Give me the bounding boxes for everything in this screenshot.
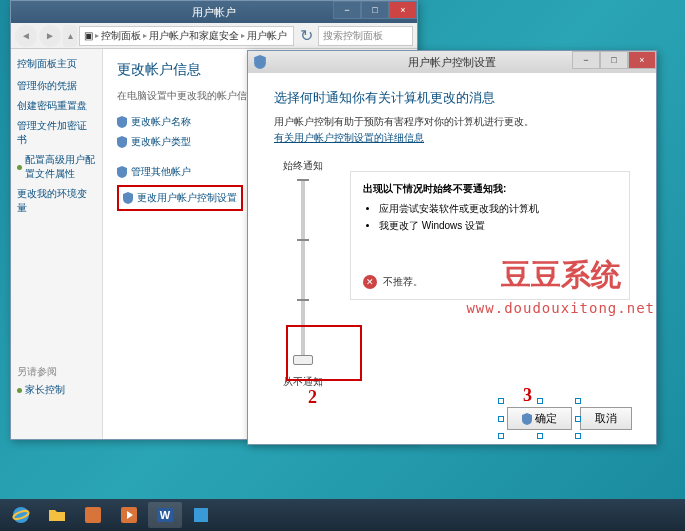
sidebar-item-password-reset[interactable]: 创建密码重置盘 xyxy=(17,99,96,113)
cancel-button[interactable]: 取消 xyxy=(580,407,632,430)
sidebar-item-env-vars[interactable]: 更改我的环境变量 xyxy=(17,187,96,215)
see-also: 另请参阅 家长控制 xyxy=(17,365,65,403)
svg-rect-2 xyxy=(85,507,101,523)
folder-icon xyxy=(47,505,67,525)
breadcrumb[interactable]: ▣ ▸ 控制面板 ▸ 用户帐户和家庭安全 ▸ 用户帐户 xyxy=(79,26,294,46)
svg-rect-6 xyxy=(194,508,208,522)
info-column: 出现以下情况时始终不要通知我: 应用尝试安装软件或更改我的计算机 我更改了 Wi… xyxy=(350,159,630,389)
info-item: 应用尝试安装软件或更改我的计算机 xyxy=(379,202,617,216)
shield-icon xyxy=(117,166,127,178)
sidebar-item-credentials[interactable]: 管理你的凭据 xyxy=(17,79,96,93)
up-button[interactable]: ▴ xyxy=(63,25,77,47)
svg-text:W: W xyxy=(160,509,171,521)
taskbar: W xyxy=(0,499,685,531)
shield-icon xyxy=(117,116,127,128)
sidebar-item-advanced-profile[interactable]: 配置高级用户配置文件属性 xyxy=(17,153,96,181)
breadcrumb-item[interactable]: 用户帐户和家庭安全 xyxy=(149,29,239,43)
info-box: 出现以下情况时始终不要通知我: 应用尝试安装软件或更改我的计算机 我更改了 Wi… xyxy=(350,171,630,300)
taskbar-ie[interactable] xyxy=(4,502,38,528)
error-icon: ✕ xyxy=(363,275,377,289)
bullet-icon xyxy=(17,165,22,170)
back-button[interactable]: ◄ xyxy=(15,25,37,47)
shield-icon xyxy=(117,136,127,148)
uac-more-info-link[interactable]: 有关用户帐户控制设置的详细信息 xyxy=(274,132,424,143)
maximize-button[interactable]: □ xyxy=(361,1,389,19)
shield-icon xyxy=(522,413,532,425)
breadcrumb-item[interactable]: 控制面板 xyxy=(101,29,141,43)
uac-desc: 用户帐户控制有助于预防有害程序对你的计算机进行更改。 xyxy=(274,115,630,129)
uac-settings-window: 用户帐户控制设置 − □ × 选择何时通知你有关计算机更改的消息 用户帐户控制有… xyxy=(247,50,657,445)
annotation-box-2 xyxy=(286,325,362,381)
breadcrumb-icon: ▣ xyxy=(84,30,93,41)
breadcrumb-item[interactable]: 用户帐户 xyxy=(247,29,287,43)
ok-button[interactable]: 确定 xyxy=(507,407,572,430)
chevron-right-icon: ▸ xyxy=(95,31,99,40)
info-item: 我更改了 Windows 设置 xyxy=(379,219,617,233)
dialog-buttons: 3 确定 取消 xyxy=(507,407,632,430)
taskbar-explorer[interactable] xyxy=(40,502,74,528)
taskbar-app2[interactable] xyxy=(184,502,218,528)
refresh-button[interactable]: ↻ xyxy=(296,26,316,46)
taskbar-app1[interactable] xyxy=(76,502,110,528)
action-uac-settings[interactable]: 更改用户帐户控制设置 xyxy=(117,185,243,211)
sidebar-title: 控制面板主页 xyxy=(17,57,96,71)
slider-label-always: 始终通知 xyxy=(283,159,323,173)
ie-icon xyxy=(11,505,31,525)
shield-icon xyxy=(123,192,133,204)
search-placeholder: 搜索控制面板 xyxy=(323,29,383,43)
annotation-2: 2 xyxy=(308,387,317,408)
uac-body: 选择何时通知你有关计算机更改的消息 用户帐户控制有助于预防有害程序对你的计算机进… xyxy=(248,73,656,444)
window-title: 用户帐户 xyxy=(192,5,236,20)
app-icon xyxy=(191,505,211,525)
minimize-button[interactable]: − xyxy=(333,1,361,19)
info-list: 应用尝试安装软件或更改我的计算机 我更改了 Windows 设置 xyxy=(363,202,617,233)
chevron-right-icon: ▸ xyxy=(143,31,147,40)
titlebar[interactable]: 用户帐户 − □ × xyxy=(11,1,417,23)
see-also-title: 另请参阅 xyxy=(17,365,65,379)
uac-heading: 选择何时通知你有关计算机更改的消息 xyxy=(274,89,630,107)
minimize-button[interactable]: − xyxy=(572,51,600,69)
word-icon: W xyxy=(155,505,175,525)
window-controls: − □ × xyxy=(333,1,417,19)
taskbar-media[interactable] xyxy=(112,502,146,528)
bullet-icon xyxy=(17,388,22,393)
maximize-button[interactable]: □ xyxy=(600,51,628,69)
close-button[interactable]: × xyxy=(628,51,656,69)
sidebar: 控制面板主页 管理你的凭据 创建密码重置盘 管理文件加密证书 配置高级用户配置文… xyxy=(11,49,103,439)
taskbar-word[interactable]: W xyxy=(148,502,182,528)
window-controls: − □ × xyxy=(572,51,656,69)
ok-button-selection: 3 确定 xyxy=(507,407,572,430)
forward-button[interactable]: ► xyxy=(39,25,61,47)
play-icon xyxy=(119,505,139,525)
see-also-parental[interactable]: 家长控制 xyxy=(17,383,65,397)
sidebar-item-encryption[interactable]: 管理文件加密证书 xyxy=(17,119,96,147)
search-input[interactable]: 搜索控制面板 xyxy=(318,26,413,46)
not-recommended: ✕ 不推荐。 xyxy=(363,275,617,289)
app-icon xyxy=(83,505,103,525)
shield-icon xyxy=(254,55,266,69)
close-button[interactable]: × xyxy=(389,1,417,19)
info-title: 出现以下情况时始终不要通知我: xyxy=(363,182,617,196)
window-title: 用户帐户控制设置 xyxy=(408,55,496,70)
titlebar[interactable]: 用户帐户控制设置 − □ × xyxy=(248,51,656,73)
chevron-right-icon: ▸ xyxy=(241,31,245,40)
navbar: ◄ ► ▴ ▣ ▸ 控制面板 ▸ 用户帐户和家庭安全 ▸ 用户帐户 ↻ 搜索控制… xyxy=(11,23,417,49)
annotation-3: 3 xyxy=(523,385,532,406)
